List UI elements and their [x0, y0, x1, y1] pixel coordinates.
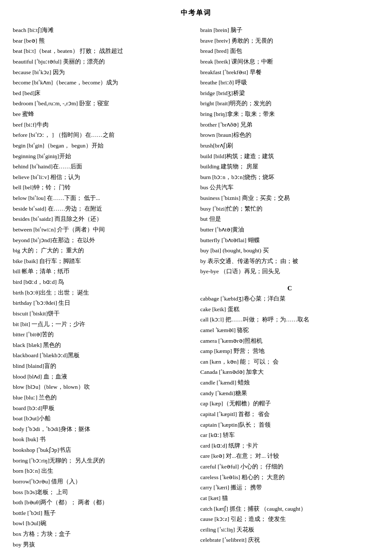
list-item: besides [biˈsaidz] 而且除之外（还）: [13, 214, 192, 224]
list-item: below [biˈlou] 在……下面； 低于...: [13, 193, 192, 203]
list-item: bring [briŋ]拿来；取来；带来: [200, 109, 379, 119]
list-item: boy 男孩: [13, 540, 192, 550]
list-item: card [kɑːd] 纸牌；卡片: [200, 441, 379, 451]
list-item: boss [bɔs]老板； 上司: [13, 487, 192, 497]
list-item: butterfly [ˈbʌtəflai] 蝴蝶: [200, 235, 379, 246]
list-item: capital [ˈkæpitl] 首都； 省会: [200, 409, 379, 419]
list-item: but 但是: [200, 214, 379, 224]
left-column: beach [biːtʃ]海滩bear [beə] 熊beat [biːt]（b…: [13, 25, 196, 550]
list-item: build [bild]构筑；建造；建筑: [200, 151, 379, 162]
spacer: [200, 277, 379, 280]
list-item: bird [bɑːd，bɑːd] 鸟: [13, 277, 192, 287]
list-item: by 表示交通、传递等的方式； 由；被: [200, 256, 379, 266]
list-item: building 建筑物； 房屋: [200, 162, 379, 172]
list-item: brush[brʌʃ]刷: [200, 141, 379, 151]
list-item: become [biˈkʌm]（became，become）成为: [13, 78, 192, 88]
list-item: careful [ˈkeəful] 小心的； 仔细的: [200, 462, 379, 472]
list-item: camera [ˈkæmərə]照相机: [200, 336, 379, 346]
list-item: bottle [ˈbɔtl] 瓶子: [13, 508, 192, 518]
list-item: cat [kæt] 猫: [200, 493, 379, 503]
list-item: biscuit [ˈbiskit]饼干: [13, 309, 192, 319]
list-item: carry [ˈkæri] 搬运； 携带: [200, 483, 379, 493]
list-item: book [buk] 书: [13, 434, 192, 445]
list-item: cap [kæp]（无帽檐）的帽子: [200, 399, 379, 409]
list-item: blow [blɔu]（blew，blown）吹: [13, 382, 192, 392]
list-item: candle [ˈkændl] 蜡烛: [200, 378, 379, 388]
list-item: before [biˈfɔː， ] （指时间）在……之前: [13, 130, 192, 140]
list-item: birthday [ˈbɔːθdei] 生日: [13, 298, 192, 308]
section-header: C: [200, 285, 379, 292]
list-item: born [bɔːn] 出生: [13, 466, 192, 476]
list-item: bread [bred] 面包: [200, 46, 379, 56]
list-item: blackboard [ˈblækbɔːd]黑板: [13, 350, 192, 361]
list-item: because [biˈkɔz] 因为: [13, 67, 192, 78]
list-item: beat [biːt]（beat，beaten） 打败； 战胜超过: [13, 46, 192, 56]
list-item: brain [brein] 脑子: [200, 25, 379, 35]
list-item: cause [kɔːz] 引起；造成； 使发生: [200, 514, 379, 524]
list-item: bedroom [ˈbedˌruːm, -ˌrɔm] 卧室；寝室: [13, 98, 192, 109]
list-item: care [keə] 对...在意； 对... 计较: [200, 451, 379, 461]
list-item: bike [baik] 自行车；脚踏车: [13, 256, 192, 266]
list-item: Canada [ˈkænədə] 加拿大: [200, 367, 379, 377]
list-item: break [breik] 课间休息；中断: [200, 57, 379, 67]
list-item: business [ˈbiznis] 商业；买卖；交易: [200, 193, 379, 203]
list-item: camel ˈkæməl] 骆驼: [200, 325, 379, 335]
list-item: butter [ˈbʌtə]黄油: [200, 225, 379, 235]
list-item: breakfast [ˈbrekfəst] 早餐: [200, 67, 379, 78]
list-item: bit [bit] 一点儿；一片；少许: [13, 319, 192, 330]
list-item: bitter [ˈbitə]苦的: [13, 330, 192, 340]
list-item: careless [ˈkeəlis] 粗心的； 大意的: [200, 472, 379, 483]
list-item: big 大的； 广大的； 重大的: [13, 246, 192, 256]
list-item: brown [braun]棕色的: [200, 130, 379, 140]
list-item: black [blæk] 黑色的: [13, 340, 192, 350]
list-item: beyond [biˈjɔnd]在那边； 在以外: [13, 235, 192, 246]
list-item: buy [bai] (bought, bought) 买: [200, 246, 379, 256]
list-item: borrow[ˈbɔrəu] 借用（入）: [13, 477, 192, 487]
list-item: captain [ˈkæptin]队长； 首领: [200, 420, 379, 430]
list-item: bye-bye （口语）再见；回头见: [200, 266, 379, 277]
list-item: bus 公共汽车: [200, 182, 379, 193]
list-item: bookshop [ˈbukʃɔp]书店: [13, 445, 192, 455]
list-item: blood [blʌd] 血；血液: [13, 372, 192, 382]
list-item: bed [bed]床: [13, 88, 192, 98]
list-item: brave [breiv] 勇敢的；无畏的: [200, 36, 379, 46]
list-item: burn [bɔːn，bɔːn]烧伤；烧坏: [200, 172, 379, 182]
list-item: car [kɑː] 轿车: [200, 430, 379, 440]
list-item: bowl [bɔul]碗: [13, 518, 192, 529]
list-item: body [ˈbɔdi，ˈbɔdi]身体；躯体: [13, 424, 192, 434]
list-item: bridge [bridʒ]桥梁: [200, 88, 379, 98]
list-item: between [biˈtwiːn] 介于（两者）中间: [13, 225, 192, 235]
list-item: blue [bluː] 兰色的: [13, 393, 192, 403]
list-item: beautiful [ˈbjuːtəful] 美丽的；漂亮的: [13, 57, 192, 67]
list-item: camp [kæmp] 野营； 营地: [200, 346, 379, 356]
list-item: bee 蜜蜂: [13, 109, 192, 119]
list-item: cabbage [ˈkæbidʒ]卷心菜；洋白菜: [200, 294, 379, 304]
list-item: bell [bel]钟；铃； 门铃: [13, 182, 192, 193]
list-item: brother [ˈbrʌðə] 兄弟: [200, 120, 379, 130]
list-item: both [bəuθ]两个（都）； 两者（都）: [13, 497, 192, 508]
list-item: box 方格；方块；盒子: [13, 529, 192, 539]
list-item: boat [bɔut]小船: [13, 413, 192, 424]
list-item: birth [bɔːθ]出生；出世； 诞生: [13, 288, 192, 298]
right-column: brain [brein] 脑子brave [breiv] 勇敢的；无畏的bre…: [196, 25, 379, 550]
list-item: bill 帐单；清单；纸币: [13, 266, 192, 277]
list-item: believe [biˈliːv] 相信；认为: [13, 172, 192, 182]
list-item: candy [ˈkændi]糖果: [200, 388, 379, 399]
list-item: behind [biˈhaind]在……后面: [13, 162, 192, 172]
list-item: catch [kætʃ] 抓住；捕获 （caught, caught）: [200, 504, 379, 514]
page-title: 中考单词: [13, 9, 379, 17]
list-item: bright [brait]明亮的；发光的: [200, 98, 379, 109]
list-item: bear [beə] 熊: [13, 36, 192, 46]
list-item: breathe [briːð] 呼吸: [200, 78, 379, 88]
list-item: beef [biːf]牛肉: [13, 120, 192, 130]
list-item: celebrate [ˈselibreit] 庆祝: [200, 535, 379, 545]
list-item: cake [keik] 蛋糕: [200, 304, 379, 315]
list-item: beginning [biˈginiŋ]开始: [13, 151, 192, 162]
list-item: can [kæn，kən] 能； 可以； 会: [200, 357, 379, 367]
list-item: blind [blaind]盲的: [13, 361, 192, 371]
list-item: board [bɔːd]甲板: [13, 403, 192, 413]
list-item: call [kɔːl] 把……叫做； 称呼；为……取名: [200, 315, 379, 325]
list-item: busy [ˈbizi]忙的；繁忙的: [200, 204, 379, 214]
list-item: beside biˈsaid] 在……旁边； 在附近: [13, 204, 192, 214]
list-item: ceiling [ˈsiːliŋ] 天花板: [200, 525, 379, 535]
